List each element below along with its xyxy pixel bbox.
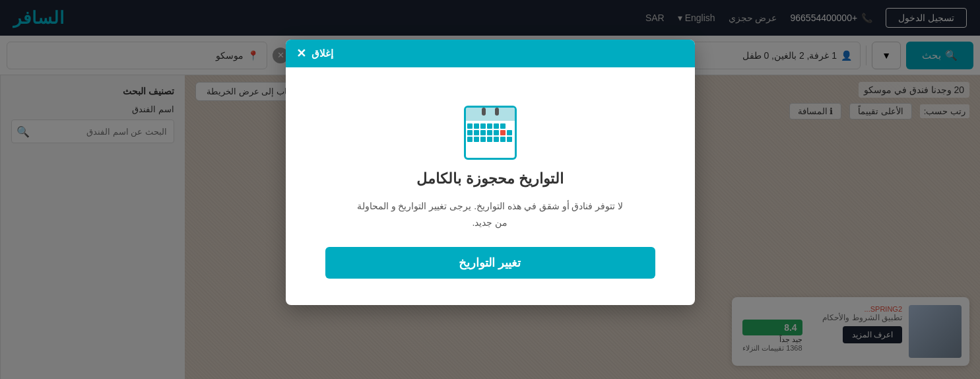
- calendar-illustration: [461, 94, 520, 160]
- modal-close-label: إغلاق: [311, 48, 333, 59]
- change-dates-button[interactable]: تغيير التواريخ: [325, 247, 655, 279]
- modal-body: التواريخ محجوزة بالكامل لا تتوفر فنادق أ…: [286, 67, 695, 305]
- modal-overlay: إغلاق ✕: [0, 0, 980, 379]
- modal-title: التواريخ محجوزة بالكامل: [416, 170, 563, 188]
- modal-header: إغلاق ✕: [286, 40, 695, 67]
- modal-description: لا تتوفر فنادق أو شقق في هذه التواريخ. ي…: [352, 198, 629, 231]
- modal-dialog: إغلاق ✕: [286, 40, 695, 305]
- modal-close-button[interactable]: ✕: [296, 46, 306, 61]
